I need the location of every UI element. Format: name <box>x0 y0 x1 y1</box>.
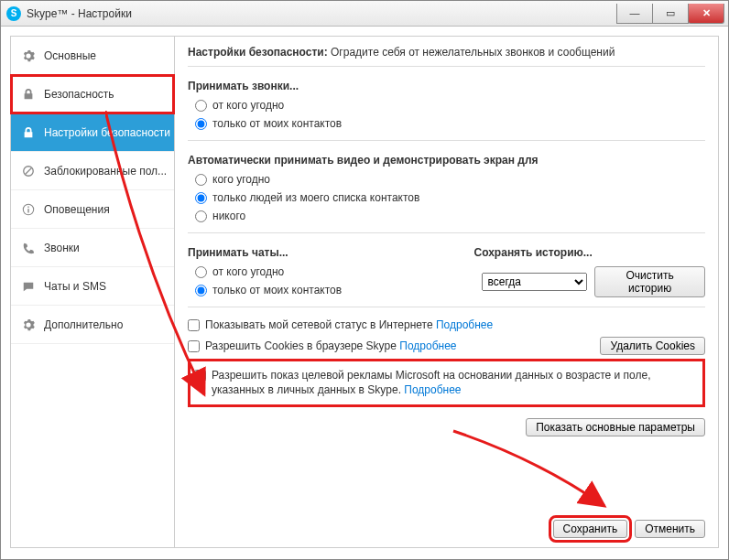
video-noone-label: никого <box>212 210 245 222</box>
video-contacts-label: только людей из моего списка контактов <box>212 191 419 204</box>
sidebar-item-label: Заблокированные пол... <box>44 165 167 178</box>
phone-icon <box>22 242 35 254</box>
content-header: Настройки безопасности: Оградите себя от… <box>188 46 705 67</box>
history-col: Сохранять историю... всегда Очистить ист… <box>474 241 706 299</box>
cookies-text: Разрешить Cookies в браузере Skype Подро… <box>205 339 593 354</box>
status-more-link[interactable]: Подробнее <box>436 318 493 331</box>
divider <box>188 307 705 307</box>
chat-icon <box>22 280 35 293</box>
calls-anyone-radio[interactable] <box>195 100 207 112</box>
calls-anyone-row[interactable]: от кого угодно <box>188 96 705 114</box>
chats-title: Принимать чаты... <box>188 246 419 259</box>
save-button[interactable]: Сохранить <box>553 520 628 538</box>
skype-icon: S <box>6 6 21 21</box>
clear-history-button[interactable]: Очистить историю <box>594 266 705 297</box>
block-icon <box>22 165 35 178</box>
close-button[interactable]: ✕ <box>688 4 724 24</box>
lock-icon <box>22 126 35 139</box>
video-noone-radio[interactable] <box>195 210 207 222</box>
cookies-check-row[interactable]: Разрешить Cookies в браузере Skype Подро… <box>188 336 593 357</box>
sidebar-item-notifications[interactable]: Оповещения <box>11 190 174 229</box>
targeted-text: Разрешить показ целевой рекламы Microsof… <box>212 368 699 399</box>
sidebar-item-label: Безопасность <box>44 88 114 101</box>
sidebar-item-label: Основные <box>44 49 96 62</box>
sidebar-item-calls[interactable]: Звонки <box>11 229 174 267</box>
footer-buttons: Сохранить Отменить <box>188 512 705 538</box>
sidebar-item-blocked[interactable]: Заблокированные пол... <box>11 152 174 190</box>
sidebar-item-label: Звонки <box>44 242 80 254</box>
body: Основные Безопасность Настройки безопасн… <box>1 27 728 557</box>
calls-contacts-row[interactable]: только от моих контактов <box>188 114 705 133</box>
sidebar-item-chats[interactable]: Чаты и SMS <box>11 267 174 306</box>
video-contacts-row[interactable]: только людей из моего списка контактов <box>188 188 705 207</box>
targeted-ads-box: Разрешить показ целевой рекламы Microsof… <box>188 359 705 408</box>
chats-contacts-row[interactable]: только от моих контактов <box>188 281 419 299</box>
calls-contacts-label: только от моих контактов <box>212 117 342 130</box>
history-title: Сохранять историю... <box>474 246 706 259</box>
video-anyone-row[interactable]: кого угодно <box>188 170 705 188</box>
sidebar-item-security-settings[interactable]: Настройки безопасности <box>11 113 174 152</box>
status-check-row[interactable]: Показывать мой сетевой статус в Интернет… <box>188 315 705 336</box>
settings-window: S Skype™ - Настройки — ▭ ✕ Основные Безо… <box>0 0 729 560</box>
targeted-more-link[interactable]: Подробнее <box>404 383 461 396</box>
content-panel: Настройки безопасности: Оградите себя от… <box>175 36 719 548</box>
history-select[interactable]: всегда <box>482 273 588 291</box>
chats-anyone-radio[interactable] <box>195 266 207 278</box>
targeted-check-row[interactable]: Разрешить показ целевой рекламы Microsof… <box>194 365 699 402</box>
video-noone-row[interactable]: никого <box>188 207 705 225</box>
video-title: Автоматически принимать видео и демонстр… <box>188 154 705 167</box>
sidebar-item-security[interactable]: Безопасность <box>11 75 174 113</box>
cookies-more-link[interactable]: Подробнее <box>399 339 456 352</box>
sidebar-item-label: Чаты и SMS <box>44 280 106 293</box>
targeted-checkbox[interactable] <box>194 370 206 382</box>
header-subtitle: Оградите себя от нежелательных звонков и… <box>331 46 615 59</box>
sidebar-item-general[interactable]: Основные <box>11 37 174 75</box>
sidebar-item-label: Дополнительно <box>44 318 123 331</box>
svg-line-1 <box>26 167 32 174</box>
maximize-button[interactable]: ▭ <box>652 4 689 24</box>
cancel-button[interactable]: Отменить <box>635 520 705 538</box>
window-buttons: — ▭ ✕ <box>616 4 728 24</box>
status-text: Показывать мой сетевой статус в Интернет… <box>205 318 705 333</box>
chats-contacts-label: только от моих контактов <box>212 284 342 296</box>
gear-icon <box>22 49 35 62</box>
svg-rect-3 <box>27 209 28 212</box>
info-icon <box>22 203 35 216</box>
chats-contacts-radio[interactable] <box>195 285 207 296</box>
divider <box>188 232 705 233</box>
chats-anyone-row[interactable]: от кого угодно <box>188 263 419 281</box>
cookies-checkbox[interactable] <box>188 340 200 352</box>
divider <box>188 140 705 141</box>
titlebar: S Skype™ - Настройки — ▭ ✕ <box>1 1 728 27</box>
window-title: Skype™ - Настройки <box>27 7 132 20</box>
calls-title: Принимать звонки... <box>188 80 705 92</box>
chats-history-row: Принимать чаты... от кого угодно только … <box>188 241 705 299</box>
chats-col: Принимать чаты... от кого угодно только … <box>188 241 419 299</box>
calls-anyone-label: от кого угодно <box>212 99 284 112</box>
video-anyone-radio[interactable] <box>195 174 207 186</box>
header-title: Настройки безопасности: <box>188 46 328 59</box>
video-anyone-label: кого угодно <box>212 173 270 186</box>
status-checkbox[interactable] <box>188 319 200 331</box>
sidebar-item-label: Настройки безопасности <box>44 126 170 139</box>
delete-cookies-button[interactable]: Удалить Cookies <box>600 337 705 355</box>
svg-rect-4 <box>27 206 28 207</box>
calls-contacts-radio[interactable] <box>195 118 207 130</box>
sidebar: Основные Безопасность Настройки безопасн… <box>10 36 175 548</box>
chats-anyone-label: от кого угодно <box>212 265 284 278</box>
sidebar-item-advanced[interactable]: Дополнительно <box>11 306 174 344</box>
gear-icon <box>22 318 35 331</box>
lock-icon <box>22 88 35 101</box>
show-basic-button[interactable]: Показать основные параметры <box>526 418 705 436</box>
minimize-button[interactable]: — <box>616 4 653 24</box>
video-contacts-radio[interactable] <box>195 192 207 204</box>
sidebar-item-label: Оповещения <box>44 203 110 216</box>
